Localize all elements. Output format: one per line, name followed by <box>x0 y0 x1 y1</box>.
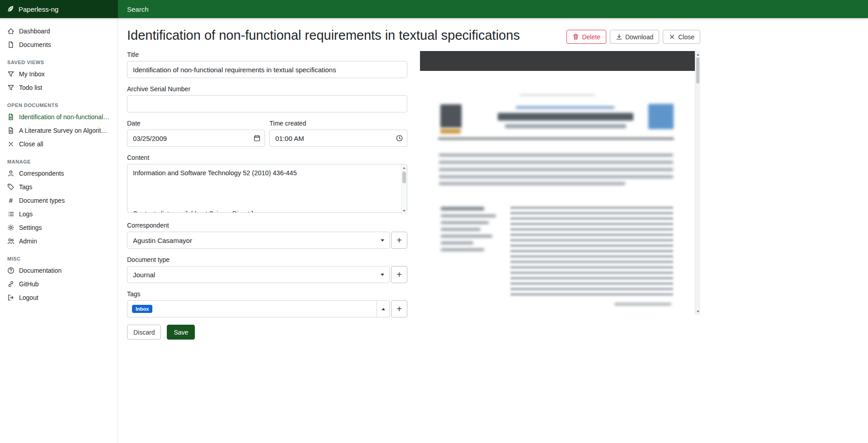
sidebar-item-dashboard[interactable]: Dashboard <box>0 24 118 38</box>
pdf-preview-panel <box>420 51 700 315</box>
sidebar-item-documents[interactable]: Documents <box>0 38 118 51</box>
preview-blur-shape <box>441 235 492 238</box>
sidebar-item-todo-list[interactable]: Todo list <box>0 81 118 94</box>
delete-button-label: Delete <box>582 33 600 41</box>
sidebar-item-label: Tags <box>19 183 33 191</box>
document-type-select[interactable]: Journal <box>127 266 390 283</box>
list-icon <box>7 210 14 218</box>
preview-scrollbar[interactable] <box>695 51 700 315</box>
navbar-search-area <box>118 0 868 18</box>
add-document-type-button[interactable]: + <box>391 266 407 283</box>
time-input[interactable] <box>269 130 407 147</box>
title-label: Title <box>127 51 407 58</box>
sidebar-item-label: Dashboard <box>19 28 50 35</box>
tag-badge-inbox[interactable]: Inbox <box>132 305 152 313</box>
tags-dropdown-toggle[interactable] <box>377 300 390 317</box>
scroll-down-arrow-icon[interactable] <box>695 308 700 314</box>
close-button[interactable]: Close <box>663 30 700 44</box>
sidebar-item-label: Correspondents <box>19 170 64 177</box>
discard-button[interactable]: Discard <box>127 325 161 340</box>
tags-label: Tags <box>127 290 407 298</box>
preview-blur-shape <box>438 138 674 140</box>
top-navbar: Paperless-ng <box>0 0 868 18</box>
save-button[interactable]: Save <box>167 325 195 340</box>
scrollbar-thumb[interactable] <box>696 57 699 84</box>
document-type-field-group: Document type Journal + <box>127 256 407 283</box>
preview-blur-shape <box>441 242 473 244</box>
title-input[interactable] <box>127 61 407 78</box>
content-scrollbar[interactable] <box>401 164 407 214</box>
correspondent-label: Correspondent <box>127 222 407 229</box>
time-label: Time created <box>269 120 407 127</box>
title-field-group: Title <box>127 51 407 78</box>
preview-blur-shape <box>441 248 484 251</box>
documents-icon <box>7 41 14 48</box>
search-input[interactable] <box>127 5 534 13</box>
scroll-down-arrow-icon[interactable] <box>401 208 407 214</box>
chevron-down-icon <box>381 239 384 242</box>
sidebar-section-open-documents: OPEN DOCUMENTS <box>7 103 110 108</box>
preview-blur-shape <box>441 228 481 231</box>
sidebar-open-doc-1[interactable]: Identification of non-functional require… <box>0 110 118 124</box>
add-tag-button[interactable]: + <box>391 300 407 317</box>
file-text-icon <box>7 127 14 134</box>
asn-field-group: Archive Serial Number <box>127 85 407 112</box>
preview-blur-shape <box>519 94 595 96</box>
sidebar-item-github[interactable]: GitHub <box>0 277 118 291</box>
document-actions: Delete Download Close <box>566 30 700 44</box>
download-button[interactable]: Download <box>610 30 659 44</box>
preview-blur-shape <box>439 154 673 157</box>
document-body: Title Archive Serial Number Date T <box>127 51 868 340</box>
sidebar-item-tags[interactable]: Tags <box>0 180 118 194</box>
sidebar-section-misc: MISC <box>7 256 110 261</box>
logout-icon <box>7 294 14 301</box>
sidebar-item-documentation[interactable]: Documentation <box>0 264 118 277</box>
add-correspondent-button[interactable]: + <box>391 232 407 249</box>
sidebar-item-logs[interactable]: Logs <box>0 207 118 221</box>
question-circle-icon <box>7 267 14 274</box>
page-header: Identification of non-functional require… <box>127 27 700 44</box>
delete-button[interactable]: Delete <box>566 30 606 44</box>
sidebar-item-admin[interactable]: Admin <box>0 234 118 248</box>
download-icon <box>616 33 623 40</box>
people-icon <box>7 238 14 245</box>
filter-icon <box>7 70 14 78</box>
person-icon <box>7 170 14 177</box>
leaf-logo-icon <box>6 5 14 13</box>
sidebar-item-my-inbox[interactable]: My Inbox <box>0 67 118 81</box>
sidebar-item-logout[interactable]: Logout <box>0 291 118 304</box>
tags-input[interactable]: Inbox <box>127 300 377 317</box>
content-textarea[interactable]: Information and Software Technology 52 (… <box>127 164 407 213</box>
correspondent-select[interactable]: Agustin Casamayor <box>127 232 390 249</box>
date-input[interactable] <box>127 130 265 147</box>
sidebar-item-label: Admin <box>19 238 37 245</box>
gear-icon <box>7 224 14 231</box>
preview-blur-shape <box>648 104 674 129</box>
sidebar-item-close-all[interactable]: Close all <box>0 137 118 151</box>
sidebar-item-correspondents[interactable]: Correspondents <box>0 167 118 180</box>
time-field-group: Time created <box>269 120 407 147</box>
scroll-up-arrow-icon[interactable] <box>695 51 700 57</box>
document-type-label: Document type <box>127 256 407 263</box>
github-icon <box>7 280 14 288</box>
preview-blur-shape <box>498 113 633 121</box>
sidebar-open-doc-2[interactable]: A Literature Survey on Algorithms for Mu… <box>0 124 118 137</box>
asn-label: Archive Serial Number <box>127 85 407 93</box>
download-button-label: Download <box>625 33 653 41</box>
scroll-up-arrow-icon[interactable] <box>401 165 407 171</box>
hash-icon: # <box>7 197 14 204</box>
scrollbar-thumb[interactable] <box>402 172 406 183</box>
sidebar-item-settings[interactable]: Settings <box>0 221 118 234</box>
sidebar-section-saved-views: SAVED VIEWS <box>7 60 110 65</box>
asn-input[interactable] <box>127 95 407 112</box>
date-label: Date <box>127 120 265 127</box>
preview-blur-shape <box>510 206 673 298</box>
house-icon <box>7 28 14 35</box>
sidebar-item-label: Logout <box>19 294 38 301</box>
document-type-value: Journal <box>133 271 155 279</box>
sidebar-item-document-types[interactable]: # Document types <box>0 194 118 207</box>
content-label: Content <box>127 154 407 161</box>
app-brand[interactable]: Paperless-ng <box>0 0 118 18</box>
clock-icon[interactable] <box>396 135 403 142</box>
calendar-icon[interactable] <box>253 135 261 142</box>
